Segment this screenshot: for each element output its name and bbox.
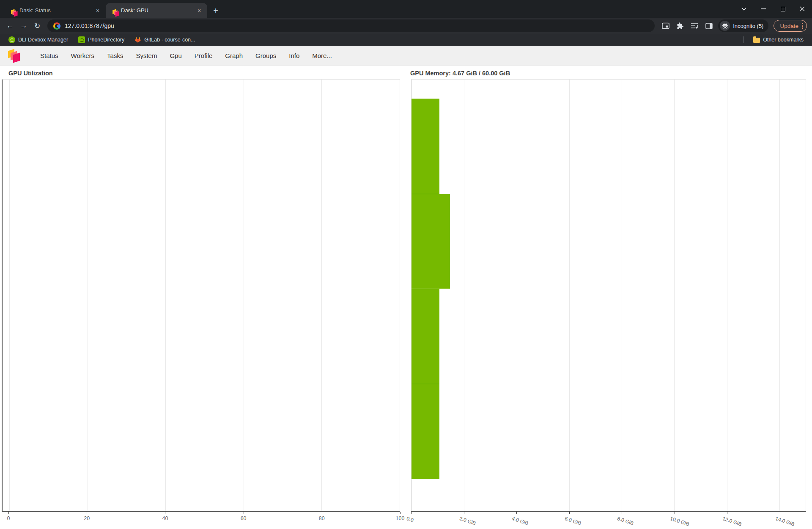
gpu-memory-plot-area[interactable] (411, 79, 806, 512)
bookmarks-bar: DLI Devbox Manager PhoneDirectory GitLab… (0, 34, 812, 46)
update-label: Update (780, 23, 798, 29)
dashboard-content: GPU Utilization GPU Memory: 4.67 GiB / 6… (0, 66, 812, 529)
side-panel-icon[interactable] (703, 20, 715, 32)
tab-search-chevron-icon[interactable] (734, 0, 754, 18)
media-controls-icon[interactable] (689, 20, 700, 32)
axis-tick-label: 8.0 GiB (617, 515, 634, 526)
axis-tick (516, 512, 517, 514)
new-tab-button[interactable]: + (210, 5, 222, 17)
nav-item-groups[interactable]: Groups (249, 46, 283, 66)
axis-tick-label: 6.0 GiB (564, 515, 582, 526)
axis-tick-label: 100 (396, 515, 405, 521)
url-text[interactable]: 127.0.01:8787/gpu (65, 22, 114, 29)
axis-tick (87, 512, 87, 514)
forward-icon[interactable]: → (18, 20, 30, 32)
tab-dask-status[interactable]: Dask: Status × (4, 3, 106, 18)
incognito-label: Incognito (5) (733, 23, 763, 29)
nav-item-more[interactable]: More... (306, 46, 338, 66)
axis-tick (244, 512, 244, 514)
picture-in-picture-icon[interactable] (660, 20, 672, 32)
tab-title: Dask: GPU (121, 7, 192, 14)
gpu-utilization-title: GPU Utilization (8, 70, 53, 77)
axis-tick-label: 12.0 GiB (722, 515, 743, 527)
gpu-memory-chart[interactable]: 0.02.0 GiB4.0 GiB6.0 GiB8.0 GiB10.0 GiB1… (411, 79, 806, 529)
gitlab-icon (134, 36, 141, 43)
bookmarks-divider (743, 36, 744, 43)
nav-item-profile[interactable]: Profile (188, 46, 219, 66)
grid-line (244, 80, 244, 511)
axis-tick-label: 60 (241, 515, 247, 521)
url-bar[interactable]: 127.0.01:8787/gpu (47, 19, 655, 32)
dask-logo-icon (8, 48, 22, 63)
gpu-utilization-plot-area[interactable] (2, 79, 400, 512)
axis-tick-label: 4.0 GiB (511, 515, 529, 526)
bookmark-label: GitLab · course-con... (144, 37, 195, 43)
axis-tick-label: 40 (162, 515, 168, 521)
google-site-icon (53, 22, 60, 30)
grid-line (569, 80, 570, 511)
window-controls (734, 0, 812, 18)
folder-icon (753, 38, 760, 43)
update-menu-button[interactable]: Update (774, 20, 807, 32)
grid-line (88, 80, 88, 511)
axis-tick (569, 512, 570, 514)
toolbar-actions (660, 20, 715, 32)
profile-chip[interactable]: Incognito (5) (718, 19, 768, 32)
nav-item-system[interactable]: System (129, 46, 163, 66)
browser-toolbar: ← → ↻ 127.0.01:8787/gpu Incognito (5) Up… (0, 18, 812, 34)
grid-line (321, 80, 322, 511)
grid-line (9, 80, 10, 511)
kebab-menu-icon (802, 23, 803, 29)
axis-tick (675, 512, 675, 514)
axis-tick (464, 512, 464, 514)
nav-item-info[interactable]: Info (283, 46, 306, 66)
close-window-button[interactable] (793, 0, 812, 18)
minimize-button[interactable] (754, 0, 773, 18)
nav-item-graph[interactable]: Graph (219, 46, 249, 66)
gpu-utilization-chart[interactable]: 020406080100 (2, 79, 400, 529)
grid-line (622, 80, 622, 511)
extensions-puzzle-icon[interactable] (674, 20, 686, 32)
gpu-memory-bar (411, 99, 439, 194)
back-icon[interactable]: ← (4, 20, 16, 32)
gpu-memory-bar (411, 384, 439, 479)
reload-icon[interactable]: ↻ (31, 20, 43, 32)
tab-dask-gpu[interactable]: Dask: GPU × (106, 3, 207, 18)
grid-line (517, 80, 517, 511)
tab-close-icon[interactable]: × (94, 7, 102, 14)
nav-item-gpu[interactable]: Gpu (163, 46, 188, 66)
nav-item-workers[interactable]: Workers (65, 46, 101, 66)
maximize-button[interactable] (773, 0, 793, 18)
bookmark-dli-devbox-manager[interactable]: DLI Devbox Manager (5, 36, 71, 44)
tab-strip: Dask: Status × Dask: GPU × + (0, 0, 734, 18)
grid-line (400, 80, 400, 511)
bookmark-phonedirectory[interactable]: PhoneDirectory (75, 36, 128, 44)
other-bookmarks-button[interactable]: Other bookmarks (750, 36, 807, 44)
nvidia-square-icon (78, 36, 85, 43)
axis-tick-label: 0 (7, 515, 10, 521)
nav-item-status[interactable]: Status (34, 46, 65, 66)
axis-tick (165, 512, 165, 514)
bookmark-label: DLI Devbox Manager (18, 37, 68, 43)
grid-line (727, 80, 727, 511)
grid-line (779, 80, 780, 511)
gpu-memory-bar (411, 289, 439, 384)
gpu-memory-title: GPU Memory: 4.67 GiB / 60.00 GiB (410, 70, 510, 77)
grid-line (165, 80, 166, 511)
axis-tick (411, 512, 411, 514)
incognito-icon (720, 21, 730, 31)
tab-title: Dask: Status (19, 7, 91, 14)
browser-titlebar: Dask: Status × Dask: GPU × + (0, 0, 812, 18)
bookmark-label: PhoneDirectory (88, 37, 124, 43)
nav-item-tasks[interactable]: Tasks (101, 46, 129, 66)
dask-favicon-icon (11, 8, 15, 12)
dask-favicon-icon (112, 8, 116, 12)
grid-line (674, 80, 675, 511)
axis-tick-label: 0.0 (406, 515, 414, 523)
dask-navbar: Status Workers Tasks System Gpu Profile … (0, 46, 812, 66)
bookmark-gitlab[interactable]: GitLab · course-con... (131, 36, 198, 44)
axis-tick-label: 10.0 GiB (669, 515, 690, 527)
tab-close-icon[interactable]: × (195, 7, 203, 14)
axis-tick (727, 512, 727, 514)
gpu-memory-bar (411, 194, 450, 289)
